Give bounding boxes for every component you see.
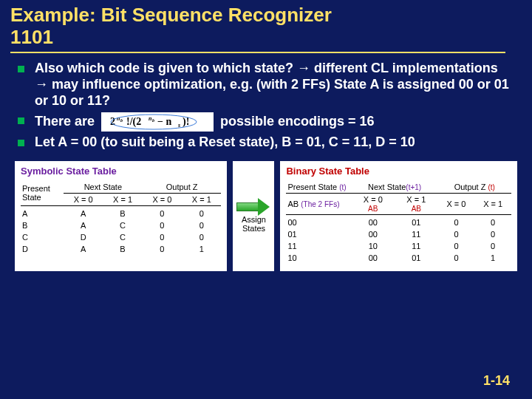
col-next: Next State(t+1) xyxy=(351,181,437,194)
tables-container: Symbolic State Table Present State Next … xyxy=(0,154,532,271)
sub-x1: X = 1 xyxy=(182,193,221,205)
sub-x1: X = 1 xyxy=(103,193,142,205)
slide-title: Example: Bit Sequence Recognizer 1101 xyxy=(0,0,532,52)
table-row: B A C 0 0 xyxy=(21,219,221,231)
bullet-text-prefix: There are xyxy=(35,113,98,128)
symbolic-state-table-card: Symbolic State Table Present State Next … xyxy=(15,161,227,271)
sub-x0: X = 0 xyxy=(64,193,103,205)
bullet-item: Also which code is given to which state?… xyxy=(18,61,514,109)
table-title: Symbolic State Table xyxy=(21,166,221,177)
table-row: 01 00 11 0 0 xyxy=(286,228,511,240)
table-row: 10 00 01 0 1 xyxy=(286,252,511,264)
arrow-right-icon xyxy=(236,199,270,215)
bullet-square-icon xyxy=(18,140,24,146)
svg-text:− n: − n xyxy=(157,116,171,127)
svg-text:b: b xyxy=(120,118,123,123)
svg-text:b: b xyxy=(152,118,154,123)
title-underline xyxy=(10,52,505,53)
table-row: A A B 0 0 xyxy=(21,205,221,219)
sub-x0: X = 0 AB xyxy=(351,193,395,214)
arrow-label: States xyxy=(242,224,265,233)
table-row: 11 10 11 0 0 xyxy=(286,240,511,252)
bullet-item: Let A = 00 (to suit being a Reset state)… xyxy=(18,134,514,151)
arrow-card: Assign States xyxy=(233,161,274,271)
assign-arrow-group: Assign States xyxy=(234,199,273,233)
sub-x0: X = 0 xyxy=(143,193,182,205)
bullet-text: There are 2 n b !/(2 n b − n s )! possib… xyxy=(35,112,375,132)
col-next: Next State xyxy=(64,181,143,194)
bullet-text: Let A = 00 (to suit being a Reset state)… xyxy=(35,134,415,151)
bullet-square-icon xyxy=(18,117,24,124)
bullet-text-suffix: possible encodings = 16 xyxy=(220,113,375,128)
sub-x0: X = 0 xyxy=(438,193,475,214)
svg-text:!/(2: !/(2 xyxy=(126,116,141,128)
sub-ab: AB (The 2 FFs) xyxy=(286,193,351,214)
sub-x1: X = 1 AB xyxy=(395,193,438,214)
sub-x1: X = 1 xyxy=(474,193,511,214)
bullet-square-icon xyxy=(18,66,24,72)
arrow-label: Assign xyxy=(242,215,266,224)
title-line-2: 1101 xyxy=(10,26,53,48)
page-number: 1-14 xyxy=(483,373,510,389)
col-present: Present State xyxy=(21,181,64,206)
binary-state-table-card: Binary State Table Present State (t) Nex… xyxy=(280,161,517,271)
bullet-text: Also which code is given to which state?… xyxy=(35,61,514,109)
formula-image: 2 n b !/(2 n b − n s )! xyxy=(101,112,214,132)
title-line-1: Example: Bit Sequence Recognizer xyxy=(10,4,332,26)
bullet-list: Also which code is given to which state?… xyxy=(0,61,532,151)
bullet-item: There are 2 n b !/(2 n b − n s )! possib… xyxy=(18,112,514,132)
col-output: Output Z (t) xyxy=(438,181,511,194)
col-present: Present State (t) xyxy=(286,181,351,194)
binary-state-table: Present State (t) Next State(t+1) Output… xyxy=(286,181,511,264)
symbolic-state-table: Present State Next State Output Z X = 0 … xyxy=(21,181,221,255)
table-row: D A B 0 1 xyxy=(21,243,221,255)
col-output: Output Z xyxy=(143,181,222,194)
table-title: Binary State Table xyxy=(286,166,511,177)
table-row: C D C 0 0 xyxy=(21,231,221,243)
table-row: 00 00 01 0 0 xyxy=(286,214,511,228)
